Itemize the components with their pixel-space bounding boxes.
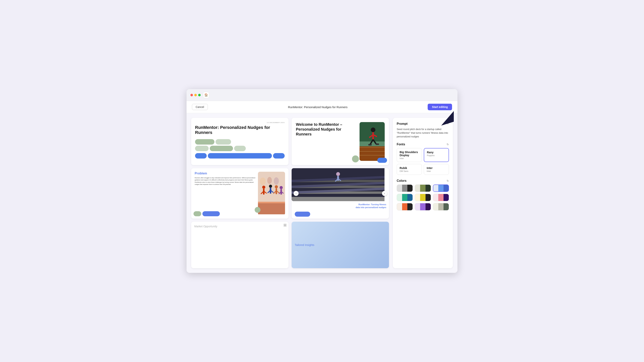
slide3-sage-pill <box>194 211 201 216</box>
shape-pill-5 <box>234 146 246 151</box>
slide-3[interactable]: Problem Runners often struggle to stay m… <box>191 168 288 219</box>
font-card-1-secondary: Inter <box>400 157 419 159</box>
slide3-content: Problem Runners often struggle to stay m… <box>191 168 288 219</box>
fonts-section: Fonts ↻ Big Shoulders Display Inter Rany… <box>397 143 449 175</box>
browser-dots <box>190 94 201 96</box>
fonts-title: Fonts <box>397 143 405 146</box>
font-card-4-primary: Inter <box>427 166 446 169</box>
slide2-circle <box>352 155 359 162</box>
slide-2[interactable]: Welcome to RunMentor – Personalized Nudg… <box>292 118 389 165</box>
page-title: RunMentor: Personalized Nudges for Runne… <box>288 105 348 109</box>
svg-rect-12 <box>368 144 372 145</box>
svg-rect-4 <box>360 151 385 151</box>
font-card-3-primary: Rubik <box>400 166 419 169</box>
slide4-content: ‹ › RunMentor: Turning fitness data into… <box>292 168 389 219</box>
palette-7[interactable] <box>397 203 413 211</box>
colors-refresh-button[interactable]: ↻ <box>446 179 449 182</box>
swatch-1-2 <box>402 185 407 192</box>
svg-point-21 <box>269 185 272 188</box>
shape-pill-8 <box>273 153 285 158</box>
swatch-7-2 <box>402 203 407 210</box>
browser-bar: 🏠 <box>186 89 458 101</box>
swatch-5-1 <box>415 194 420 201</box>
slide1-shapes <box>195 139 285 158</box>
slide5-icon: ⊞ <box>284 224 286 227</box>
font-card-1-primary: Big Shoulders Display <box>400 150 419 157</box>
prompt-body: Seed round pitch deck for a startup call… <box>397 127 449 138</box>
slide2-text: Welcome to RunMentor – Personalized Nudg… <box>296 122 356 161</box>
colors-grid <box>397 185 449 211</box>
swatch-5-3 <box>426 194 431 201</box>
swatch-1-1 <box>397 185 402 192</box>
slide-1[interactable]: 14 DECEMBER 2023 RunMentor: Personalized… <box>191 118 288 165</box>
slide1-title: RunMentor: Personalized Nudges for Runne… <box>195 125 285 135</box>
cancel-button[interactable]: Cancel <box>192 104 208 110</box>
home-button[interactable]: 🏠 <box>203 92 209 98</box>
maximize-dot[interactable] <box>198 94 201 96</box>
slide-6[interactable]: Tailored Insights <box>292 222 389 268</box>
shape-pill-6 <box>195 153 207 158</box>
font-card-3-secondary: DM Sans <box>400 170 419 172</box>
swatch-2-2 <box>420 185 425 192</box>
slide-4[interactable]: ‹ › RunMentor: Turning fitness data into… <box>292 168 389 219</box>
slide3-left: Problem Runners often struggle to stay m… <box>195 172 258 215</box>
shape-pill-3 <box>195 146 208 151</box>
palette-8[interactable] <box>415 203 431 211</box>
palette-5[interactable] <box>415 194 431 201</box>
start-editing-button[interactable]: Start editing <box>428 104 452 110</box>
swatch-9-1 <box>433 203 438 210</box>
colors-section: Colors ↻ <box>397 179 449 211</box>
colors-header: Colors ↻ <box>397 179 449 183</box>
swatch-3-3 <box>444 185 448 192</box>
swatch-8-3 <box>426 203 431 210</box>
shape-pill-2 <box>216 139 231 144</box>
slide3-circle <box>255 207 260 213</box>
palette-1[interactable] <box>397 185 413 192</box>
svg-point-17 <box>262 186 265 189</box>
font-card-4[interactable]: Inter Inter <box>424 164 449 175</box>
svg-rect-3 <box>360 147 385 148</box>
font-card-1[interactable]: Big Shoulders Display Inter <box>397 148 422 162</box>
swatch-9-3 <box>444 203 449 210</box>
slides-grid: 14 DECEMBER 2023 RunMentor: Personalized… <box>191 118 389 268</box>
slide2-content: Welcome to RunMentor – Personalized Nudg… <box>292 118 389 165</box>
svg-point-29 <box>280 186 283 189</box>
browser-window: 🏠 Cancel RunMentor: Personalized Nudges … <box>186 89 458 273</box>
swatch-2-3 <box>426 185 431 192</box>
palette-9[interactable] <box>433 203 449 211</box>
slide3-image <box>258 172 285 215</box>
slide1-date: 14 DECEMBER 2023 <box>195 122 285 123</box>
svg-point-33 <box>260 177 266 185</box>
slide4-nav-right[interactable]: › <box>382 191 387 196</box>
svg-rect-16 <box>258 202 285 203</box>
fonts-header: Fonts ↻ <box>397 143 449 146</box>
close-dot[interactable] <box>190 94 193 96</box>
palette-3[interactable] <box>433 185 449 192</box>
slide3-body: Runners often struggle to stay motivated… <box>195 177 256 186</box>
swatch-6-2 <box>438 194 444 201</box>
minimize-dot[interactable] <box>194 94 197 96</box>
palette-4[interactable] <box>397 194 413 201</box>
svg-point-44 <box>336 172 340 176</box>
svg-point-25 <box>275 185 278 188</box>
font-card-2-primary: Rany <box>427 151 446 154</box>
main-area: 14 DECEMBER 2023 RunMentor: Personalized… <box>186 113 458 273</box>
top-bar: Cancel RunMentor: Personalized Nudges fo… <box>186 101 458 113</box>
palette-2[interactable] <box>415 185 431 192</box>
fonts-refresh-button[interactable]: ↻ <box>446 143 449 146</box>
swatch-1-3 <box>407 185 412 192</box>
slide2-pill <box>377 158 387 163</box>
font-card-3[interactable]: Rubik DM Sans <box>397 164 422 175</box>
slide-5[interactable]: Market Opportunity ⊞ <box>191 222 288 268</box>
prompt-edit-button[interactable]: ✏ <box>446 122 449 125</box>
swatch-7-1 <box>397 203 402 210</box>
palette-6[interactable] <box>433 194 449 201</box>
prompt-title: Prompt <box>397 122 408 126</box>
swatch-8-2 <box>420 203 425 210</box>
svg-point-35 <box>274 177 279 185</box>
shape-pill-7 <box>208 153 272 158</box>
font-card-2[interactable]: Rany Poppins <box>424 148 449 162</box>
slide4-nav-left[interactable]: ‹ <box>294 191 298 196</box>
fonts-grid: Big Shoulders Display Inter Rany Poppins… <box>397 148 449 175</box>
slide4-caption: RunMentor: Turning fitness data into per… <box>355 203 386 209</box>
